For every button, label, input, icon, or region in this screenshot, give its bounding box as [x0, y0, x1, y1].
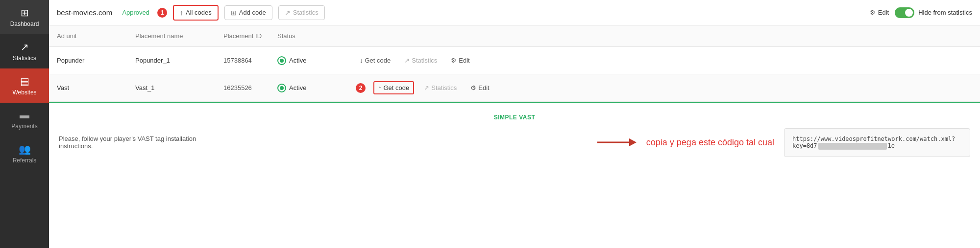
arrow-svg	[597, 133, 637, 152]
site-name: best-movies.com	[57, 8, 112, 17]
status-vast: Active	[277, 84, 356, 92]
referrals-icon: 👥	[19, 143, 31, 155]
sidebar-item-statistics[interactable]: ↗ Statistics	[0, 34, 49, 68]
placement-id-popunder: 15738864	[223, 57, 277, 64]
sidebar-label-payments: Payments	[11, 123, 37, 130]
download-icon: ↓	[360, 57, 363, 64]
col-header-placement-name: Placement name	[135, 32, 223, 40]
gear-icon: ⚙	[870, 9, 876, 16]
statistics-button-popunder[interactable]: ↗ Statistics	[400, 55, 441, 66]
dashboard-icon: ⊞	[21, 7, 29, 19]
gear-icon-vast: ⚙	[470, 84, 476, 91]
websites-icon: ▤	[20, 75, 29, 87]
instruction-text: Please, follow your player's VAST tag in…	[59, 135, 216, 150]
status-text-popunder: Active	[289, 57, 306, 64]
sidebar-item-referrals[interactable]: 👥 Referrals	[0, 136, 49, 171]
stats-icon-vast: ↗	[424, 84, 429, 91]
statistics-button[interactable]: ↗ Statistics	[278, 5, 325, 20]
ad-unit-vast: Vast	[57, 84, 135, 91]
sidebar-label-referrals: Referrals	[13, 157, 37, 164]
hide-from-statistics-label: Hide from statistics	[918, 9, 972, 16]
get-code-button-vast[interactable]: ↑ Get code	[373, 81, 414, 94]
edit-button-vast[interactable]: ⚙ Edit	[466, 82, 493, 93]
sidebar-label-websites: Websites	[12, 89, 36, 96]
simple-vast-label: SIMPLE VAST	[490, 114, 539, 121]
arrow-area	[597, 133, 637, 152]
status-text-vast: Active	[289, 84, 306, 91]
top-bar: best-movies.com Approved 1 ↑ All codes ⊞…	[49, 0, 980, 25]
table-row: Popunder Popunder_1 15738864 Active ↓ Ge…	[49, 47, 980, 74]
all-codes-button[interactable]: ↑ All codes	[173, 5, 219, 21]
sidebar-item-websites[interactable]: ▤ Websites	[0, 68, 49, 103]
actions-vast: 2 ↑ Get code ↗ Statistics ⚙ Edit	[356, 81, 972, 94]
approved-badge: Approved	[122, 9, 149, 16]
ad-unit-popunder: Popunder	[57, 57, 135, 64]
col-header-ad-unit: Ad unit	[57, 32, 135, 40]
code-blurred	[818, 143, 887, 150]
sidebar-item-payments[interactable]: ▬ Payments	[0, 103, 49, 136]
main-content: best-movies.com Approved 1 ↑ All codes ⊞…	[49, 0, 980, 248]
all-codes-badge: 1	[157, 8, 167, 18]
actions-popunder: ↓ Get code ↗ Statistics ⚙ Edit	[356, 55, 972, 66]
payments-icon: ▬	[20, 110, 29, 121]
active-dot-inner	[280, 59, 284, 63]
hide-from-statistics-toggle-container: Hide from statistics	[895, 7, 972, 18]
col-header-placement-id: Placement ID	[223, 32, 277, 40]
hide-from-statistics-toggle[interactable]	[895, 7, 914, 18]
placement-name-popunder: Popunder_1	[135, 57, 223, 64]
add-icon: ⊞	[231, 9, 237, 17]
code-url: https://www.videosprofitnetwork.com/watc…	[792, 135, 955, 142]
stats-icon: ↗	[285, 9, 291, 17]
col-header-status: Status	[277, 32, 356, 40]
upload-icon: ↑	[180, 9, 183, 17]
copy-text: copia y pega este código tal cual	[646, 137, 774, 148]
statistics-icon: ↗	[21, 41, 29, 53]
upload-icon-vast: ↑	[378, 84, 382, 91]
get-code-button-popunder[interactable]: ↓ Get code	[356, 55, 394, 66]
active-dot-inner-vast	[280, 86, 284, 90]
bottom-panel: SIMPLE VAST Please, follow your player's…	[49, 102, 980, 248]
sidebar-label-statistics: Statistics	[13, 55, 36, 62]
code-key: key=8d7	[792, 142, 817, 149]
placement-name-vast: Vast_1	[135, 84, 223, 91]
active-status-dot	[277, 56, 286, 65]
add-code-button[interactable]: ⊞ Add code	[224, 5, 272, 20]
gear-icon-popunder: ⚙	[451, 57, 457, 64]
statistics-button-vast[interactable]: ↗ Statistics	[420, 82, 461, 93]
edit-button-popunder[interactable]: ⚙ Edit	[447, 55, 473, 66]
table-row: Vast Vast_1 16235526 Active 2 ↑ Get code…	[49, 74, 980, 102]
get-code-badge: 2	[356, 83, 366, 93]
sidebar: ⊞ Dashboard ↗ Statistics ▤ Websites ▬ Pa…	[0, 0, 49, 248]
status-popunder: Active	[277, 56, 356, 65]
stats-icon-popunder: ↗	[404, 57, 410, 64]
code-box: https://www.videosprofitnetwork.com/watc…	[784, 128, 970, 157]
active-status-dot-vast	[277, 84, 286, 92]
edit-button[interactable]: ⚙ Edit	[870, 9, 889, 16]
sidebar-label-dashboard: Dashboard	[10, 21, 39, 27]
code-end: 1e	[888, 142, 895, 149]
sidebar-item-dashboard[interactable]: ⊞ Dashboard	[0, 0, 49, 34]
table-header: Ad unit Placement name Placement ID Stat…	[49, 25, 980, 47]
svg-marker-1	[629, 138, 637, 146]
placement-id-vast: 16235526	[223, 84, 277, 91]
bottom-content: Please, follow your player's VAST tag in…	[59, 128, 970, 157]
